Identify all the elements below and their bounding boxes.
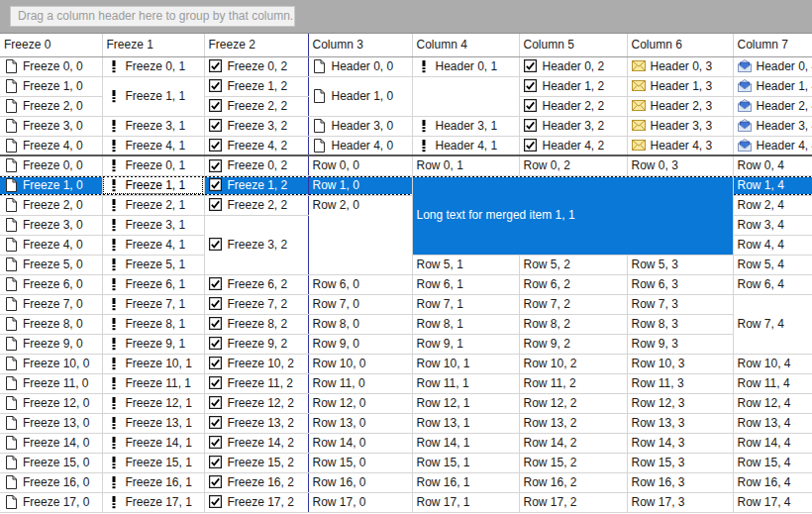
grid-cell[interactable]: Freeze 4, 0 (0, 235, 102, 255)
grid-cell[interactable]: Freeze 17, 1 (102, 492, 204, 512)
checkbox-checked-icon[interactable] (209, 119, 223, 132)
grid-cell[interactable]: Freeze 13, 0 (0, 413, 102, 433)
fixed-cell[interactable]: Freeze 1, 2 (204, 76, 308, 96)
grid-cell[interactable]: Row 15, 2 (519, 453, 627, 472)
fixed-cell[interactable]: Header 4, 2 (519, 136, 627, 155)
grid-cell[interactable]: Freeze 6, 0 (0, 274, 102, 294)
checkbox-checked-icon[interactable] (209, 277, 223, 290)
grid-cell[interactable]: Row 2, 4 (733, 195, 812, 215)
fixed-cell[interactable]: Freeze 0, 1 (102, 56, 204, 76)
grid-cell[interactable]: Row 15, 0 (308, 453, 412, 472)
grid-cell[interactable]: Freeze 0, 0 (0, 155, 102, 175)
grid-cell[interactable]: Row 12, 1 (412, 393, 519, 413)
grid-cell[interactable]: Row 0, 4 (733, 155, 812, 175)
grid-cell[interactable]: Row 10, 3 (627, 354, 733, 373)
column-header-column-6[interactable]: Column 6 (627, 34, 733, 56)
grid-cell[interactable]: Freeze 14, 2 (204, 433, 308, 453)
grid-cell[interactable]: Row 17, 0 (308, 492, 412, 512)
grid-cell[interactable]: Row 13, 1 (412, 413, 519, 433)
checkbox-checked-icon[interactable] (209, 178, 223, 191)
fixed-cell[interactable]: Header 4, 0 (308, 136, 412, 155)
checkbox-checked-icon[interactable] (209, 495, 223, 508)
grid-cell[interactable]: Row 5, 4 (733, 255, 812, 274)
grid-cell[interactable]: Row 8, 2 (519, 314, 627, 334)
grid-cell[interactable]: Row 6, 2 (519, 274, 627, 294)
grid-cell[interactable]: Freeze 8, 2 (204, 314, 308, 334)
grid-cell[interactable]: Freeze 13, 2 (204, 413, 308, 433)
fixed-cell[interactable] (412, 76, 519, 116)
grid-cell[interactable]: Freeze 15, 2 (204, 453, 308, 472)
grid-cell[interactable]: Row 11, 2 (519, 373, 627, 393)
fixed-cell[interactable]: Header 3, 3 (627, 116, 733, 136)
grid-cell[interactable]: Row 0, 1 (412, 155, 519, 175)
grid-cell[interactable]: Freeze 2, 1 (102, 195, 204, 215)
fixed-cell[interactable]: Header 1, 4 (733, 76, 812, 96)
checkbox-checked-icon[interactable] (524, 79, 538, 92)
grid-cell[interactable]: Row 16, 1 (412, 472, 519, 492)
fixed-cell[interactable]: Header 1, 0 (308, 76, 412, 116)
grid-cell[interactable]: Row 9, 1 (412, 334, 519, 354)
grid-cell[interactable]: Freeze 3, 1 (102, 215, 204, 235)
grid-cell[interactable]: Freeze 8, 0 (0, 314, 102, 334)
grid-cell[interactable]: Row 0, 0 (308, 155, 412, 175)
fixed-cell[interactable]: Header 0, 4 (733, 56, 812, 76)
grid-cell[interactable]: Row 10, 0 (308, 354, 412, 373)
checkbox-checked-icon[interactable] (209, 79, 223, 92)
grid-cell[interactable]: Freeze 2, 2 (204, 195, 308, 215)
fixed-cell[interactable]: Header 3, 2 (519, 116, 627, 136)
fixed-cell[interactable]: Freeze 3, 1 (102, 116, 204, 136)
checkbox-checked-icon[interactable] (209, 59, 223, 72)
grid-cell[interactable]: Freeze 12, 0 (0, 393, 102, 413)
checkbox-checked-icon[interactable] (209, 159, 223, 172)
grid-cell[interactable]: Freeze 6, 1 (102, 274, 204, 294)
grid-cell[interactable]: Freeze 16, 1 (102, 472, 204, 492)
grid-cell[interactable]: Row 14, 1 (412, 433, 519, 453)
grid-cell[interactable]: Freeze 1, 1 (102, 175, 204, 195)
grid-cell[interactable]: Row 11, 4 (733, 373, 812, 393)
column-header-column-3[interactable]: Column 3 (308, 34, 412, 56)
grid-cell[interactable]: Freeze 14, 0 (0, 433, 102, 453)
checkbox-checked-icon[interactable] (524, 139, 538, 152)
grid-cell[interactable]: Row 8, 0 (308, 314, 412, 334)
checkbox-checked-icon[interactable] (209, 436, 223, 449)
grid-cell[interactable]: Row 17, 2 (519, 492, 627, 512)
grid-cell[interactable]: Freeze 12, 2 (204, 393, 308, 413)
checkbox-checked-icon[interactable] (209, 317, 223, 330)
grid-cell[interactable]: Freeze 7, 2 (204, 294, 308, 314)
grid-cell[interactable]: Freeze 2, 0 (0, 195, 102, 215)
fixed-cell[interactable]: Header 1, 2 (519, 76, 627, 96)
checkbox-checked-icon[interactable] (524, 59, 538, 72)
fixed-cell[interactable]: Header 0, 3 (627, 56, 733, 76)
grid-cell[interactable]: Row 3, 4 (733, 215, 812, 235)
column-header-freeze-0[interactable]: Freeze 0 (0, 34, 102, 56)
grid-cell[interactable]: Freeze 15, 0 (0, 453, 102, 472)
grid-cell[interactable]: Row 17, 3 (627, 492, 733, 512)
grid-cell[interactable]: Row 14, 3 (627, 433, 733, 453)
grid-cell[interactable]: Freeze 5, 1 (102, 255, 204, 274)
grid-cell[interactable]: Row 16, 3 (627, 472, 733, 492)
grid-cell[interactable]: Row 6, 4 (733, 274, 812, 294)
checkbox-checked-icon[interactable] (209, 198, 223, 211)
fixed-cell[interactable]: Header 4, 3 (627, 136, 733, 155)
grid-cell[interactable]: Freeze 13, 1 (102, 413, 204, 433)
grid-cell[interactable]: Freeze 9, 1 (102, 334, 204, 354)
grid-cell[interactable]: Row 7, 0 (308, 294, 412, 314)
grid-cell[interactable]: Row 2, 0 (308, 195, 412, 274)
grid-cell[interactable]: Row 14, 2 (519, 433, 627, 453)
fixed-cell[interactable]: Freeze 0, 2 (204, 56, 308, 76)
checkbox-checked-icon[interactable] (209, 238, 223, 251)
grid-cell[interactable]: Row 12, 0 (308, 393, 412, 413)
grid-cell[interactable]: Row 12, 2 (519, 393, 627, 413)
grid-cell[interactable]: Row 14, 0 (308, 433, 412, 453)
checkbox-checked-icon[interactable] (524, 119, 538, 132)
fixed-cell[interactable]: Freeze 2, 0 (0, 96, 102, 116)
grid-cell[interactable]: Freeze 9, 2 (204, 334, 308, 354)
fixed-cell[interactable]: Freeze 2, 2 (204, 96, 308, 116)
column-header-column-4[interactable]: Column 4 (412, 34, 519, 56)
fixed-cell[interactable]: Header 3, 1 (412, 116, 519, 136)
column-header-column-7[interactable]: Column 7 (733, 34, 812, 56)
grid-cell[interactable]: Freeze 16, 2 (204, 472, 308, 492)
checkbox-checked-icon[interactable] (209, 475, 223, 488)
grid-cell[interactable]: Row 11, 1 (412, 373, 519, 393)
grid-cell[interactable]: Row 4, 4 (733, 235, 812, 255)
